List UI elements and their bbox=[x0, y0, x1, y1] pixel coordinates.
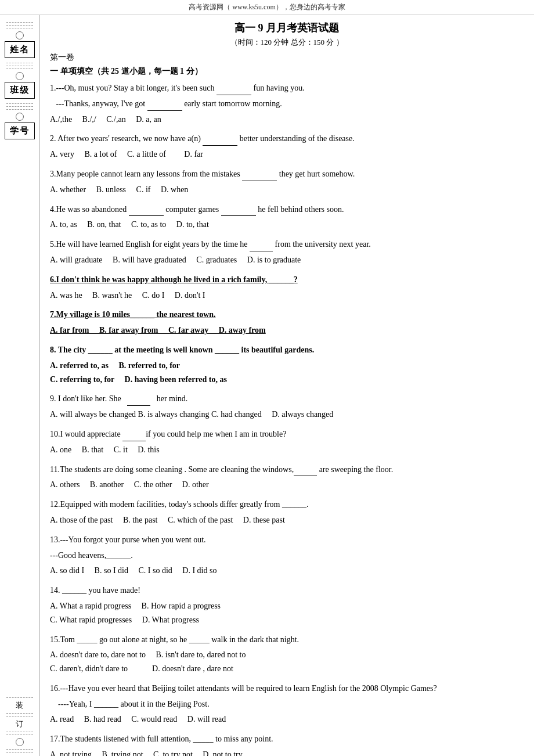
exam-info: （时间：120 分钟 总分：150 分 ） bbox=[50, 37, 524, 48]
option-3: A. whether B. unless C. if D. when bbox=[50, 183, 524, 197]
option-11: A. others B. another C. the other D. oth… bbox=[50, 478, 524, 492]
option-2: A. very B. a lot of C. a little of D. fa… bbox=[50, 147, 524, 161]
volume: 第一卷 bbox=[50, 52, 524, 63]
option-1: A./,the B./,/ C./,an D. a, an bbox=[50, 113, 524, 127]
sidebar-line-9 bbox=[6, 109, 33, 110]
question-4: 4.He was so abandoned computer games he … bbox=[50, 203, 524, 232]
exam-title: 高一 9 月月考英语试题 bbox=[50, 21, 524, 35]
sidebar-line-7 bbox=[6, 103, 33, 104]
sidebar-circle-1 bbox=[16, 31, 24, 39]
content-area: 高一 9 月月考英语试题 （时间：120 分钟 总分：150 分 ） 第一卷 一… bbox=[39, 15, 534, 756]
option-6: A. was he B. wasn't he C. do I D. don't … bbox=[50, 289, 524, 303]
question-6: 6.I don't think he was happy although he… bbox=[50, 273, 524, 303]
blank-4a bbox=[129, 215, 164, 216]
name-box: 姓名 bbox=[5, 41, 35, 58]
line-label: 订 bbox=[16, 719, 23, 729]
question-5: 5.He will have learned English for eight… bbox=[50, 237, 524, 267]
option-5: A. will graduate B. will have graduated … bbox=[50, 253, 524, 267]
top-bar: 高考资源网（ www.ks5u.com），您身边的高考专家 bbox=[0, 0, 534, 15]
sidebar-line-14 bbox=[6, 735, 33, 735]
sidebar-line-8 bbox=[6, 106, 33, 107]
option-13: A. so did I B. so I did C. I so did D. I… bbox=[50, 564, 524, 578]
option-14a: A. What a rapid progress B. How rapid a … bbox=[50, 599, 524, 613]
option-10: A. one B. that C. it D. this bbox=[50, 443, 524, 457]
option-14b: C. What rapid progresses D. What progres… bbox=[50, 613, 524, 627]
option-7: A. far from B. far away from C. far away… bbox=[50, 323, 524, 337]
sidebar-line-6 bbox=[6, 69, 33, 69]
sidebar-line-12 bbox=[6, 716, 33, 717]
question-8: 8. The city ______ at the meeting is wel… bbox=[50, 343, 524, 386]
blank-1b bbox=[147, 110, 182, 111]
sidebar-circle-3 bbox=[16, 113, 24, 121]
sidebar-line-16 bbox=[6, 752, 33, 753]
sidebar-line-1 bbox=[6, 22, 33, 23]
sidebar-line-13 bbox=[6, 732, 33, 732]
blank-11 bbox=[294, 476, 317, 476]
question-13: 13.---You forgot your purse when you wen… bbox=[50, 533, 524, 578]
blank-4b bbox=[221, 215, 256, 216]
question-1: 1.---Oh, must you? Stay a bit longer, it… bbox=[50, 81, 524, 126]
class-box: 班级 bbox=[5, 82, 35, 99]
number-box: 学号 bbox=[5, 123, 35, 139]
option-17: A. not trying B. trying not C. to try no… bbox=[50, 748, 524, 756]
option-8b: C. referring to, for D. having been refe… bbox=[50, 373, 524, 387]
sidebar-line-3 bbox=[6, 28, 33, 28]
blank-9 bbox=[127, 405, 150, 406]
cut-label: 装 bbox=[16, 700, 23, 711]
sidebar-line-5 bbox=[6, 66, 33, 66]
question-2: 2. After two years' research, we now hav… bbox=[50, 132, 524, 161]
question-9: 9. I don't like her. She her mind. A. wi… bbox=[50, 392, 524, 422]
option-4: A. to, as B. on, that C. to, as to D. to… bbox=[50, 218, 524, 232]
question-12: 12.Equipped with modern facilities, toda… bbox=[50, 498, 524, 527]
option-15b: C. daren't, didn't dare to D. doesn't da… bbox=[50, 662, 524, 676]
left-sidebar: 姓名 班级 学号 装 订 线 bbox=[0, 15, 39, 756]
sidebar-line-11 bbox=[6, 713, 33, 714]
blank-10 bbox=[122, 441, 146, 441]
question-15: 15.Tom _____ go out alone at night, so h… bbox=[50, 633, 524, 676]
sidebar-line-10 bbox=[6, 697, 33, 698]
question-17: 17.The students listened with full atten… bbox=[50, 732, 524, 756]
blank-2 bbox=[203, 145, 237, 146]
sidebar-circle-2 bbox=[16, 72, 24, 80]
option-15a: A. doesn't dare to, dare not to B. isn't… bbox=[50, 648, 524, 662]
option-9: A. will always be changed B. is always c… bbox=[50, 408, 524, 422]
question-7: 7.My village is 10 miles______ the neare… bbox=[50, 308, 524, 337]
blank-3 bbox=[242, 181, 277, 181]
option-8a: A. referred to, as B. referred to, for bbox=[50, 359, 524, 373]
option-16: A. read B. had read C. would read D. wil… bbox=[50, 712, 524, 726]
sidebar-line-2 bbox=[6, 25, 33, 26]
option-12: A. those of the past B. the past C. whic… bbox=[50, 513, 524, 527]
question-11: 11.The students are doing some cleaning … bbox=[50, 463, 524, 492]
question-14: 14. ______ you have made! A. What a rapi… bbox=[50, 584, 524, 627]
sidebar-line-4 bbox=[6, 63, 33, 63]
sidebar-line-15 bbox=[6, 749, 33, 750]
question-16: 16.---Have you ever heard that Beijing t… bbox=[50, 682, 524, 726]
blank-5 bbox=[250, 251, 273, 251]
sidebar-circle-4 bbox=[16, 738, 24, 746]
blank-1a bbox=[217, 95, 251, 95]
question-3: 3.Many people cannot learn any lessons f… bbox=[50, 167, 524, 197]
question-10: 10.I would appreciate if you could help … bbox=[50, 427, 524, 457]
section-header: 一 单项填空（共 25 道小题，每一题 1 分） bbox=[50, 66, 524, 77]
